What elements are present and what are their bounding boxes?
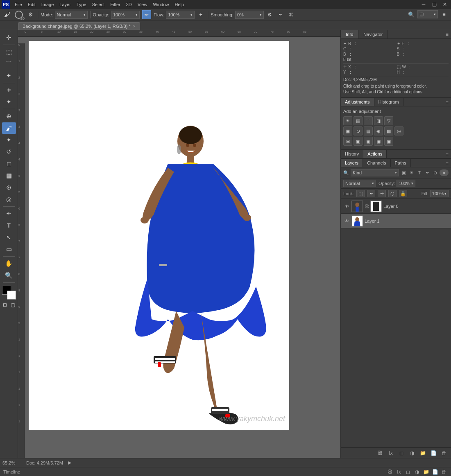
tab-navigator[interactable]: Navigator xyxy=(358,30,388,38)
filter-type-icon[interactable]: T xyxy=(416,169,423,176)
filter-smart-icon[interactable]: ⊙ xyxy=(432,169,438,176)
menu-layer[interactable]: Layer xyxy=(57,1,73,8)
exposure-adj-icon[interactable]: ◨ xyxy=(374,116,383,125)
timeline-adj-icon[interactable]: ◑ xyxy=(413,468,421,476)
menu-window[interactable]: Window xyxy=(150,1,171,8)
timeline-folder-icon[interactable]: 📁 xyxy=(422,468,430,476)
selectivecolor-adj-icon[interactable]: ▣ xyxy=(384,137,393,146)
pen-tool[interactable]: ✒ xyxy=(2,208,16,219)
menu-view[interactable]: View xyxy=(135,1,150,8)
healing-brush-tool[interactable]: ⊕ xyxy=(2,111,16,122)
add-layer-style-btn[interactable]: fx xyxy=(386,449,395,457)
hsl-adj-icon[interactable]: ▣ xyxy=(343,126,352,135)
lock-position-btn[interactable]: ✛ xyxy=(378,190,386,197)
layers-panel-menu[interactable]: ≡ xyxy=(444,159,451,167)
opacity-dropdown[interactable]: 100% ▾ xyxy=(111,11,140,19)
filter-adjustment-icon[interactable]: ☀ xyxy=(408,169,415,176)
move-tool[interactable]: ✛ xyxy=(2,32,16,43)
status-arrow[interactable]: ▶ xyxy=(68,460,71,465)
new-group-btn[interactable]: 📁 xyxy=(418,449,427,457)
hist-panel-menu[interactable]: ≡ xyxy=(444,150,451,158)
filter-toggle[interactable]: ● xyxy=(440,169,449,176)
menu-select[interactable]: Select xyxy=(90,1,107,8)
tab-adjustments[interactable]: Adjustments xyxy=(341,98,374,106)
tab-info[interactable]: Info xyxy=(341,30,358,38)
color-swatch[interactable] xyxy=(2,286,16,300)
gradient-tool[interactable]: ▦ xyxy=(2,170,16,181)
vibrance-adj-icon[interactable]: ▽ xyxy=(384,116,393,125)
menu-type[interactable]: Type xyxy=(74,1,89,8)
blur-tool[interactable]: ⊛ xyxy=(2,182,16,193)
history-brush-tool[interactable]: ↺ xyxy=(2,146,16,158)
lock-artboard-btn[interactable]: ⬡ xyxy=(388,190,397,197)
brush-tool-icon[interactable]: 🖌 xyxy=(2,10,11,19)
smoothing-dropdown[interactable]: 0% ▾ xyxy=(235,11,264,19)
clone-stamp-tool[interactable]: ✦ xyxy=(2,134,16,146)
eyedropper-tool[interactable]: ✦ xyxy=(2,96,16,108)
crop-tool[interactable]: ⌗ xyxy=(2,84,16,96)
fill-value[interactable]: 100% ▾ xyxy=(430,190,449,197)
zoom-tool[interactable]: 🔍 xyxy=(2,270,16,281)
tab-paths[interactable]: Paths xyxy=(391,159,411,167)
tab-channels[interactable]: Channels xyxy=(363,159,390,167)
layer-row-1[interactable]: 👁 Layer 1 xyxy=(341,214,451,228)
filter-pixel-icon[interactable]: ▣ xyxy=(401,169,407,176)
delete-layer-btn[interactable]: 🗑 xyxy=(440,449,449,457)
tab-actions[interactable]: Actions xyxy=(363,150,387,158)
add-mask-btn[interactable]: ◻ xyxy=(397,449,406,457)
pen-pressure-icon[interactable]: ✒ xyxy=(276,10,285,19)
marquee-tool[interactable]: ⬚ xyxy=(2,46,16,58)
lasso-tool[interactable]: ⌒ xyxy=(2,58,16,70)
background-color[interactable] xyxy=(7,291,16,300)
new-layer-btn[interactable]: 📄 xyxy=(429,449,438,457)
layer-0-visibility[interactable]: 👁 xyxy=(343,203,350,210)
menu-3d[interactable]: 3D xyxy=(124,1,134,8)
timeline-mask-icon[interactable]: ◻ xyxy=(404,468,412,476)
timeline-delete-icon[interactable]: 🗑 xyxy=(440,468,448,476)
menu-image[interactable]: Image xyxy=(39,1,57,8)
gradientmap-adj-icon[interactable]: ▣ xyxy=(374,137,383,146)
smoothing-settings-icon[interactable]: ⚙ xyxy=(265,10,274,19)
panel-menu-icon[interactable]: ≡ xyxy=(444,30,451,38)
posterize-adj-icon[interactable]: ▣ xyxy=(354,137,363,146)
menu-edit[interactable]: Edit xyxy=(25,1,38,8)
lock-transparent-btn[interactable]: ⬚ xyxy=(356,190,365,197)
colorbalance-adj-icon[interactable]: ⊙ xyxy=(354,126,363,135)
layer-row-0[interactable]: 👁 ⛓ Laye xyxy=(341,199,451,214)
tab-histogram[interactable]: Histogram xyxy=(374,98,403,106)
brightness-adj-icon[interactable]: ☀ xyxy=(343,116,352,125)
symmetry-icon[interactable]: ⌘ xyxy=(287,10,296,19)
path-select-tool[interactable]: ↖ xyxy=(2,232,16,243)
timeline-fx-icon[interactable]: fx xyxy=(395,468,403,476)
photofilter-adj-icon[interactable]: ◉ xyxy=(374,126,383,135)
tab-close-button[interactable]: × xyxy=(133,24,136,29)
quick-mask-btn[interactable]: ⊡ xyxy=(2,302,8,308)
layer-0-mask[interactable] xyxy=(370,201,382,212)
timeline-new-icon[interactable]: 📄 xyxy=(431,468,439,476)
tab-layers[interactable]: Layers xyxy=(341,159,363,167)
minimize-button[interactable]: ─ xyxy=(419,0,428,9)
more-icon[interactable]: ≡ xyxy=(440,10,449,19)
menu-filter[interactable]: Filter xyxy=(108,1,122,8)
brush-tool[interactable]: 🖌 xyxy=(2,122,16,134)
blend-mode-dropdown[interactable]: Normal ▾ xyxy=(343,180,376,187)
channelmix-adj-icon[interactable]: ▩ xyxy=(384,126,393,135)
canvas-document[interactable]: www.yakymchuk.net xyxy=(29,41,289,430)
new-fill-adj-btn[interactable]: ◑ xyxy=(408,449,417,457)
layers-kind-search[interactable]: Kind ▾ xyxy=(351,169,399,176)
shape-tool[interactable]: ▭ xyxy=(2,244,16,255)
timeline-link-icon[interactable]: ⛓ xyxy=(386,468,394,476)
filter-shape-icon[interactable]: ✒ xyxy=(424,169,431,176)
close-button[interactable]: ✕ xyxy=(440,0,449,9)
menu-file[interactable]: File xyxy=(12,1,25,8)
quick-select-tool[interactable]: ✦ xyxy=(2,70,16,81)
colorlookup-adj-icon[interactable]: ◎ xyxy=(394,126,403,135)
layer-1-visibility[interactable]: 👁 xyxy=(343,218,350,224)
tab-history[interactable]: History xyxy=(341,150,363,158)
invert-adj-icon[interactable]: ⊞ xyxy=(343,137,352,146)
lock-image-btn[interactable]: ✒ xyxy=(367,190,375,197)
screen-mode-btn[interactable]: ▢ xyxy=(10,302,16,308)
pressure-flow-icon[interactable]: ✦ xyxy=(196,10,205,19)
brush-settings-icon[interactable]: ⚙ xyxy=(26,10,35,19)
threshold-adj-icon[interactable]: ▣ xyxy=(364,137,373,146)
